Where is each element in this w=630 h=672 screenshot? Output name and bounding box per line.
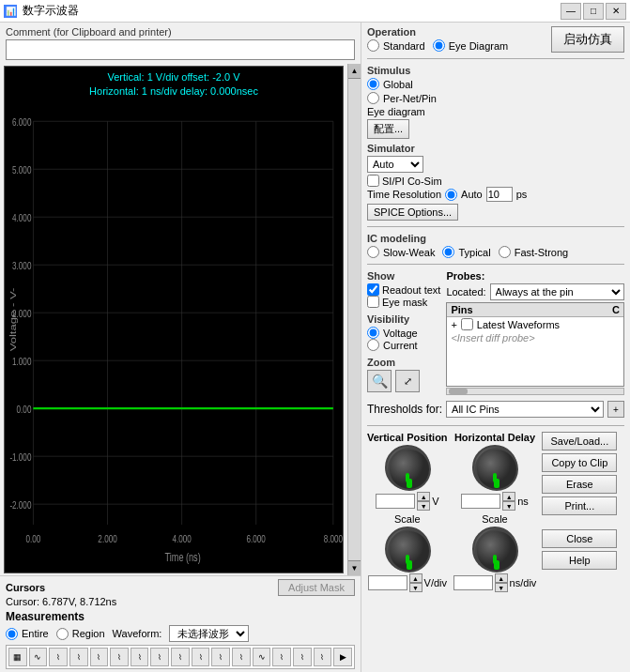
time-value-input[interactable] [486, 187, 513, 202]
vertical-unit: V [432, 496, 438, 507]
zoom-expand-button[interactable]: ⤢ [395, 370, 420, 392]
fast-strong-radio[interactable] [499, 246, 511, 258]
vertical-pos-knob[interactable] [385, 445, 430, 490]
config-button[interactable]: 配置... [367, 119, 409, 139]
insert-diff-probe-item[interactable]: <Insert diff probe> [447, 331, 623, 344]
vertical-value-input[interactable]: -2.0 [376, 494, 415, 509]
vertical-scale-down[interactable]: ▼ [409, 583, 423, 592]
horizontal-delay-knob[interactable] [472, 445, 517, 490]
visibility-label: Visibility [367, 313, 440, 325]
measurements-toolbar: ▦ ∿ ⌇ ⌇ ⌇ ⌇ ⌇ ⌇ ⌇ ⌇ ⌇ ⌇ ∿ ⌇ ⌇ ⌇ ▶ [6, 645, 355, 669]
erase-button[interactable]: Erase [542, 475, 617, 494]
eye-mask-checkbox[interactable] [367, 296, 379, 308]
horizontal-scale-up[interactable]: ▲ [495, 573, 508, 583]
svg-rect-35 [407, 560, 412, 570]
horizontal-spin-down[interactable]: ▼ [502, 501, 515, 511]
sipi-checkbox[interactable] [367, 175, 379, 187]
simulator-select[interactable]: Auto [367, 156, 423, 173]
svg-text:Voltage - V-: Voltage - V- [8, 287, 18, 351]
start-sim-button[interactable]: 启动仿真 [551, 26, 624, 53]
close-window-button[interactable]: ✕ [606, 3, 626, 20]
meas-btn-11[interactable]: ⌇ [211, 648, 230, 666]
readout-text-checkbox[interactable] [367, 283, 379, 296]
vertical-scale-input[interactable]: 1 [368, 575, 407, 590]
print-button[interactable]: Print... [542, 496, 617, 515]
meas-btn-3[interactable]: ⌇ [49, 648, 68, 666]
svg-text:3.000: 3.000 [12, 259, 32, 271]
chart-wrapper: Vertical: 1 V/div offset: -2.0 V Horizon… [0, 64, 361, 575]
scroll-up[interactable]: ▲ [348, 64, 361, 79]
horizontal-scale-down[interactable]: ▼ [495, 583, 508, 592]
ic-modeling-section: IC modeling Slow-Weak Typical Fast-Stron… [367, 233, 624, 258]
slow-weak-radio[interactable] [367, 246, 379, 258]
svg-text:5.000: 5.000 [12, 163, 32, 176]
meas-btn-2[interactable]: ∿ [29, 648, 48, 666]
latest-waveforms-item[interactable]: + Latest Waveforms [447, 317, 623, 331]
meas-btn-7[interactable]: ⌇ [131, 648, 149, 666]
horizontal-scale-knob[interactable] [472, 527, 517, 572]
zoom-in-button[interactable]: 🔍 [367, 370, 392, 392]
standard-radio[interactable] [367, 39, 379, 52]
vertical-scale-knob[interactable] [385, 527, 430, 572]
meas-btn-10[interactable]: ⌇ [192, 648, 210, 666]
thresholds-select[interactable]: All IC Pins [446, 401, 604, 418]
chart-info: Vertical: 1 V/div offset: -2.0 V Horizon… [5, 70, 343, 99]
waveform-select[interactable]: 未选择波形 [169, 625, 249, 642]
meas-btn-12[interactable]: ⌇ [232, 648, 251, 666]
entire-radio[interactable] [6, 628, 18, 640]
thresholds-label: Thresholds for: [367, 403, 442, 416]
slow-weak-label: Slow-Weak [383, 247, 435, 258]
typical-radio[interactable] [442, 246, 454, 258]
chart-scrollbar[interactable]: ▲ ▼ [347, 64, 361, 575]
chart-container[interactable]: Vertical: 1 V/div offset: -2.0 V Horizon… [4, 66, 344, 573]
time-res-auto-radio[interactable] [445, 189, 457, 201]
restore-button[interactable]: □ [583, 3, 604, 20]
latest-waveforms-label: Latest Waveforms [477, 319, 560, 330]
scroll-track[interactable] [348, 79, 361, 560]
vertical-scale-up[interactable]: ▲ [409, 573, 423, 583]
thresholds-row: Thresholds for: All IC Pins + [367, 401, 624, 418]
eye-diagram-radio[interactable] [433, 39, 445, 52]
adjust-mask-button[interactable]: Adjust Mask [278, 579, 355, 596]
minimize-button[interactable]: — [561, 3, 581, 20]
meas-btn-6[interactable]: ⌇ [110, 648, 129, 666]
c-col-label: C [612, 304, 620, 315]
vertical-spin-down[interactable]: ▼ [417, 501, 430, 511]
scroll-down[interactable]: ▼ [348, 560, 361, 575]
vertical-spin-up[interactable]: ▲ [417, 492, 430, 501]
svg-text:4.000: 4.000 [172, 533, 192, 545]
thresholds-expand-button[interactable]: + [607, 401, 624, 418]
meas-btn-15[interactable]: ⌇ [293, 648, 312, 666]
close-button[interactable]: Close [542, 529, 617, 548]
meas-btn-14[interactable]: ⌇ [272, 648, 291, 666]
horizontal-scale-spinner: ▲ ▼ [495, 573, 508, 592]
vertical-value-row: -2.0 ▲ ▼ V [376, 492, 438, 511]
horizontal-delay-title: Horizontal Delay [454, 432, 535, 443]
voltage-radio[interactable] [367, 327, 379, 339]
per-net-radio[interactable] [367, 92, 379, 104]
meas-btn-16[interactable]: ⌇ [314, 648, 332, 666]
meas-btn-13[interactable]: ∿ [253, 648, 271, 666]
horizontal-scale-input[interactable]: 1 [453, 575, 493, 590]
meas-btn-1[interactable]: ▦ [8, 648, 27, 666]
save-load-button[interactable]: Save/Load... [542, 432, 617, 451]
located-select[interactable]: Always at the pin [490, 283, 624, 300]
meas-btn-17[interactable]: ▶ [333, 648, 352, 666]
meas-btn-8[interactable]: ⌇ [150, 648, 169, 666]
probes-scrollbar[interactable] [446, 388, 624, 395]
current-radio[interactable] [367, 339, 379, 351]
meas-btn-4[interactable]: ⌇ [69, 648, 88, 666]
horizontal-value-input[interactable]: 0.000 [461, 494, 500, 509]
comment-input[interactable] [6, 39, 355, 60]
horizontal-spin-up[interactable]: ▲ [502, 492, 515, 501]
svg-text:1.000: 1.000 [12, 355, 32, 367]
global-radio[interactable] [367, 78, 379, 90]
probe-checkbox[interactable] [461, 318, 473, 330]
meas-btn-9[interactable]: ⌇ [171, 648, 190, 666]
meas-btn-5[interactable]: ⌇ [90, 648, 109, 666]
help-button[interactable]: Help [542, 551, 617, 570]
region-radio[interactable] [56, 628, 69, 640]
copy-to-clip-button[interactable]: Copy to Clip [542, 453, 617, 472]
zoom-label: Zoom [367, 357, 440, 368]
spice-options-button[interactable]: SPICE Options... [367, 204, 458, 221]
